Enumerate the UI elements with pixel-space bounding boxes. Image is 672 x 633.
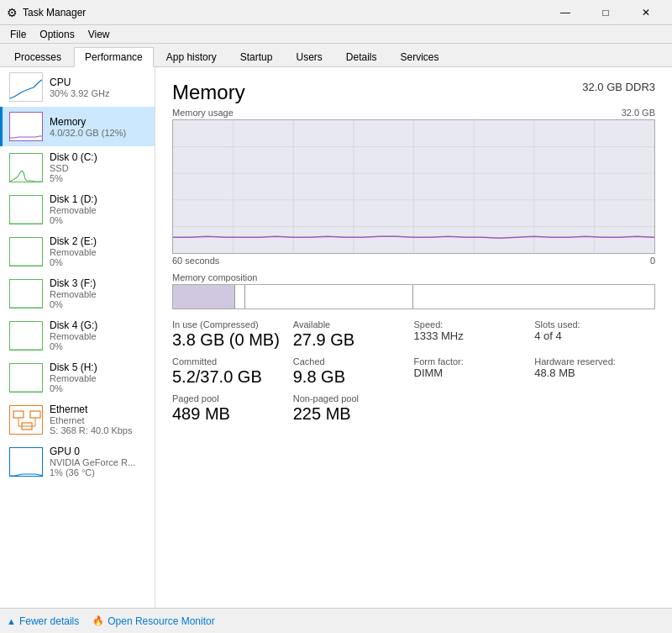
tab-details[interactable]: Details — [335, 47, 388, 66]
disk2-type: Removable — [50, 247, 97, 257]
sidebar-item-disk3[interactable]: Disk 3 (F:) Removable 0% — [0, 272, 155, 314]
disk5-label: Disk 5 (H:) — [50, 361, 97, 373]
stat-hw-reserved-label: Hardware reserved: — [534, 356, 655, 367]
stat-paged-pool-value: 489 MB — [172, 404, 293, 424]
sidebar-item-disk1[interactable]: Disk 1 (D:) Removable 0% — [0, 188, 155, 230]
comp-free — [413, 285, 654, 309]
tab-services[interactable]: Services — [390, 47, 450, 66]
tab-users[interactable]: Users — [285, 47, 333, 66]
gpu0-name: NVIDIA GeForce R... — [50, 457, 135, 467]
disk5-mini-chart — [9, 363, 43, 393]
stat-cached-value: 9.8 GB — [293, 367, 414, 387]
stat-cached-label: Cached — [293, 356, 414, 367]
fewer-details-label: Fewer details — [19, 615, 79, 627]
chart-time-left: 60 seconds — [172, 256, 219, 266]
tab-performance[interactable]: Performance — [74, 47, 154, 67]
stat-hw-reserved: Hardware reserved: 48.8 MB — [534, 356, 655, 387]
cpu-label: CPU — [50, 76, 110, 88]
menu-file[interactable]: File — [3, 27, 33, 42]
close-button[interactable]: ✕ — [627, 0, 665, 25]
disk2-mini-chart — [9, 237, 43, 266]
sidebar-item-disk2[interactable]: Disk 2 (E:) Removable 0% — [0, 230, 155, 272]
menu-options[interactable]: Options — [33, 27, 81, 42]
comp-standby — [245, 285, 414, 309]
footer: ▲ Fewer details 🔥 Open Resource Monitor — [0, 608, 672, 633]
composition-bar — [172, 284, 655, 309]
menu-bar: File Options View — [0, 25, 672, 44]
sidebar-item-memory[interactable]: Memory 4.0/32.0 GB (12%) — [0, 107, 155, 146]
disk2-usage: 0% — [50, 257, 97, 267]
fewer-details-button[interactable]: ▲ Fewer details — [7, 615, 79, 627]
stat-available-value: 27.9 GB — [293, 330, 414, 350]
stat-committed-value: 5.2/37.0 GB — [172, 367, 293, 387]
disk3-label: Disk 3 (F:) — [50, 277, 97, 289]
disk1-usage: 0% — [50, 215, 97, 225]
svg-rect-4 — [10, 238, 43, 266]
tab-app-history[interactable]: App history — [155, 47, 228, 66]
stat-in-use-label: In use (Compressed) — [172, 319, 293, 330]
memory-mini-chart — [9, 112, 43, 141]
open-resource-monitor-button[interactable]: 🔥 Open Resource Monitor — [92, 615, 214, 627]
maximize-button[interactable]: □ — [586, 0, 625, 25]
svg-rect-7 — [10, 364, 43, 393]
stat-form-factor-label: Form factor: — [414, 356, 535, 367]
composition-label: Memory composition — [172, 272, 655, 282]
disk4-mini-chart — [9, 321, 43, 351]
sidebar-item-disk5[interactable]: Disk 5 (H:) Removable 0% — [0, 356, 155, 398]
stat-form-factor: Form factor: DIMM — [414, 356, 535, 387]
stat-speed: Speed: 1333 MHz — [414, 319, 535, 350]
stat-slots: Slots used: 4 of 4 — [534, 319, 655, 350]
tab-startup[interactable]: Startup — [229, 47, 284, 66]
disk2-label: Disk 2 (E:) — [50, 235, 97, 247]
stats-grid: In use (Compressed) 3.8 GB (0 MB) Availa… — [172, 319, 655, 424]
chevron-up-icon: ▲ — [7, 616, 16, 626]
ethernet-mini-chart — [9, 405, 43, 435]
title-bar: ⚙ Task Manager — □ ✕ — [0, 0, 672, 25]
sidebar-item-cpu[interactable]: CPU 30% 3.92 GHz — [0, 67, 155, 107]
app-title: Task Manager — [23, 7, 86, 18]
sidebar-item-ethernet[interactable]: Ethernet Ethernet S: 368 R: 40.0 Kbps — [0, 398, 155, 440]
stat-paged-pool: Paged pool 489 MB — [172, 393, 293, 424]
detail-title: Memory — [172, 81, 245, 104]
disk0-usage: 5% — [50, 173, 97, 183]
sidebar-item-disk0[interactable]: Disk 0 (C:) SSD 5% — [0, 146, 155, 188]
chart-time-labels: 60 seconds 0 — [172, 256, 655, 266]
disk4-usage: 0% — [50, 341, 97, 351]
ethernet-speed: S: 368 R: 40.0 Kbps — [50, 425, 132, 435]
tab-processes[interactable]: Processes — [3, 47, 72, 66]
chart-max: 32.0 GB — [622, 108, 655, 118]
minimize-button[interactable]: — — [546, 0, 585, 25]
ethernet-label: Ethernet — [50, 404, 132, 415]
stat-slots-value: 4 of 4 — [534, 330, 655, 342]
comp-in-use — [173, 285, 235, 309]
disk5-type: Removable — [50, 373, 97, 383]
detail-type: 32.0 GB DDR3 — [582, 81, 655, 93]
svg-rect-6 — [10, 322, 43, 351]
svg-rect-0 — [10, 73, 43, 102]
disk0-label: Disk 0 (C:) — [50, 151, 97, 163]
cpu-mini-chart — [9, 72, 43, 102]
app-icon: ⚙ — [7, 6, 18, 19]
sidebar-item-disk4[interactable]: Disk 4 (G:) Removable 0% — [0, 314, 155, 356]
svg-rect-3 — [10, 196, 43, 224]
stat-non-paged-pool: Non-paged pool 225 MB — [293, 393, 414, 424]
stat-non-paged-pool-value: 225 MB — [293, 404, 414, 424]
resource-monitor-icon: 🔥 — [92, 615, 104, 626]
memory-chart-area: Memory usage 32.0 GB — [172, 108, 655, 309]
stat-speed-label: Speed: — [414, 319, 535, 330]
disk3-type: Removable — [50, 289, 97, 299]
menu-view[interactable]: View — [81, 27, 117, 42]
disk1-label: Disk 1 (D:) — [50, 193, 97, 205]
stat-available: Available 27.9 GB — [293, 319, 414, 350]
sidebar-item-gpu0[interactable]: GPU 0 NVIDIA GeForce R... 1% (36 °C) — [0, 440, 155, 483]
detail-pane: Memory 32.0 GB DDR3 Memory usage 32.0 GB — [155, 67, 672, 608]
disk4-label: Disk 4 (G:) — [50, 319, 97, 331]
stat-paged-pool-label: Paged pool — [172, 393, 293, 404]
chart-time-right: 0 — [650, 256, 655, 266]
stats-spacer — [414, 393, 656, 424]
stat-in-use-value: 3.8 GB (0 MB) — [172, 330, 293, 350]
stat-committed-label: Committed — [172, 356, 293, 367]
disk0-mini-chart — [9, 153, 43, 182]
gpu0-usage: 1% (36 °C) — [50, 467, 135, 477]
gpu0-mini-chart — [9, 447, 43, 477]
